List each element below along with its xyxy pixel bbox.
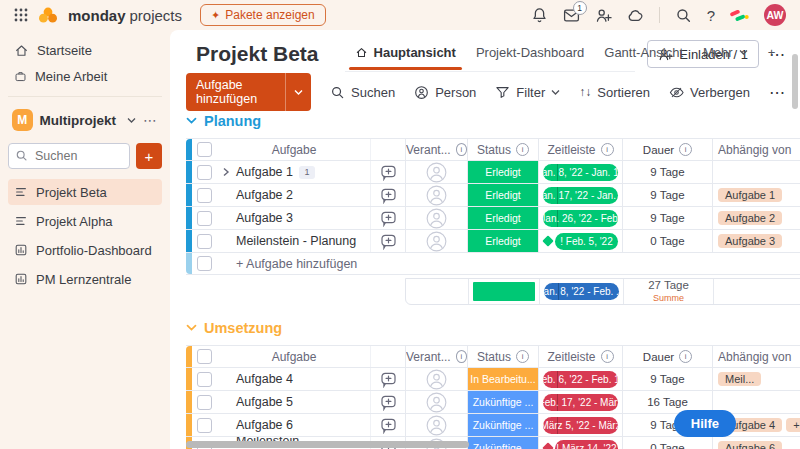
group-name[interactable]: Umsetzung bbox=[204, 320, 282, 336]
owner-cell[interactable] bbox=[405, 414, 467, 436]
select-all-checkbox[interactable] bbox=[197, 349, 212, 364]
chat-plus-icon[interactable] bbox=[380, 417, 397, 434]
chat-plus-icon[interactable] bbox=[380, 233, 397, 250]
select-all-checkbox[interactable] bbox=[197, 142, 212, 157]
status-label[interactable]: Erledigt bbox=[468, 207, 538, 229]
owner-avatar-icon[interactable] bbox=[426, 208, 447, 229]
dependency-chip[interactable]: Aufgabe 3 bbox=[718, 234, 782, 248]
vertical-scrollbar[interactable] bbox=[792, 54, 798, 109]
add-update-cell[interactable] bbox=[370, 414, 405, 436]
task-name-cell[interactable]: Aufgabe 2 bbox=[216, 184, 370, 206]
help-button[interactable]: Hilfe bbox=[674, 410, 736, 437]
row-checkbox[interactable] bbox=[197, 234, 212, 249]
workspace-selector[interactable]: M Multiprojekt ⋯ bbox=[8, 105, 162, 135]
dependency-chip[interactable]: +1 bbox=[786, 418, 800, 432]
dependency-chip[interactable]: Aufgabe 2 bbox=[718, 211, 782, 225]
row-checkbox[interactable] bbox=[197, 372, 212, 387]
marketplace-icon[interactable] bbox=[627, 7, 644, 24]
group-collapse-icon[interactable] bbox=[186, 324, 197, 332]
chat-plus-icon[interactable] bbox=[380, 394, 397, 411]
tab-hauptansicht[interactable]: Hauptansicht bbox=[345, 39, 466, 69]
owner-cell[interactable] bbox=[405, 207, 467, 229]
add-update-cell[interactable] bbox=[370, 368, 405, 390]
owner-avatar-icon[interactable] bbox=[426, 162, 447, 183]
dependency-cell[interactable]: Aufgabe 6 bbox=[712, 437, 800, 449]
user-avatar[interactable]: AW bbox=[764, 4, 786, 26]
status-label[interactable]: Erledigt bbox=[468, 184, 538, 206]
timeline-pill[interactable]: ! März 14, '22 bbox=[555, 440, 618, 449]
dependency-cell[interactable]: Aufgabe 2 bbox=[712, 207, 800, 229]
summary-timeline-pill[interactable]: Jan. 8, '22 - Feb. ... bbox=[544, 283, 619, 300]
inbox-icon[interactable]: 1 bbox=[563, 7, 580, 24]
group-collapse-icon[interactable] bbox=[186, 117, 197, 125]
help-icon[interactable]: ? bbox=[707, 7, 715, 24]
workspace-menu-icon[interactable]: ⋯ bbox=[143, 112, 158, 128]
add-item-button[interactable]: + bbox=[136, 143, 162, 169]
dependency-cell[interactable]: Meil... bbox=[712, 368, 800, 390]
dependency-chip[interactable]: Meil... bbox=[718, 372, 761, 386]
timeline-pill[interactable]: Feb. 6, '22 - Feb. 14 bbox=[543, 371, 618, 388]
sidebar-item-meine-arbeit[interactable]: Meine Arbeit bbox=[8, 64, 162, 88]
timeline-pill[interactable]: März 5, '22 - März bbox=[543, 417, 618, 434]
column-header-status[interactable]: Statusi bbox=[467, 346, 538, 367]
dependency-chip[interactable]: Aufgabe 1 bbox=[718, 188, 782, 202]
status-label[interactable]: In Bearbeitu... bbox=[468, 368, 538, 390]
global-search-icon[interactable] bbox=[675, 7, 692, 24]
row-checkbox[interactable] bbox=[197, 188, 212, 203]
add-update-cell[interactable] bbox=[370, 184, 405, 206]
add-update-cell[interactable] bbox=[370, 207, 405, 229]
status-label[interactable]: Erledigt bbox=[468, 230, 538, 252]
chat-plus-icon[interactable] bbox=[380, 164, 397, 181]
sidebar-board-pm-lernzentrale[interactable]: PM Lernzentrale bbox=[8, 266, 162, 292]
owner-cell[interactable] bbox=[405, 230, 467, 252]
sidebar-board-projekt-alpha[interactable]: Projekt Alpha bbox=[8, 208, 162, 234]
task-name-cell[interactable]: Aufgabe 6 bbox=[216, 414, 370, 436]
sidebar-board-projekt-beta[interactable]: Projekt Beta bbox=[8, 179, 162, 205]
invite-members-icon[interactable] bbox=[595, 7, 612, 24]
dependency-cell[interactable] bbox=[712, 161, 800, 183]
column-header-timeline[interactable]: Zeitleistei bbox=[538, 139, 622, 160]
add-update-cell[interactable] bbox=[370, 230, 405, 252]
sidebar-board-portfolio-dashboard[interactable]: Portfolio-Dashboard bbox=[8, 237, 162, 263]
task-name-cell[interactable]: Aufgabe 5 bbox=[216, 391, 370, 413]
column-header-timeline[interactable]: Zeitleistei bbox=[538, 346, 622, 367]
timeline-pill[interactable]: Feb. 17, '22 - März bbox=[543, 394, 618, 411]
owner-cell[interactable] bbox=[405, 368, 467, 390]
dependency-cell[interactable]: Aufgabe 1 bbox=[712, 184, 800, 206]
apps-grid-icon[interactable] bbox=[14, 8, 28, 22]
timeline-pill[interactable]: Jan. 26, '22 - Feb. bbox=[543, 210, 618, 227]
timeline-pill[interactable]: ! Feb. 5, '22 bbox=[555, 233, 618, 250]
duration-cell[interactable]: 0 Tage bbox=[622, 230, 712, 252]
add-update-cell[interactable] bbox=[370, 161, 405, 183]
row-checkbox[interactable] bbox=[197, 211, 212, 226]
dependency-chip[interactable]: Aufgabe 6 bbox=[718, 441, 782, 449]
owner-avatar-icon[interactable] bbox=[426, 185, 447, 206]
row-checkbox[interactable] bbox=[197, 165, 212, 180]
summary-status-bar[interactable] bbox=[473, 282, 535, 301]
column-header-status[interactable]: Statusi bbox=[467, 139, 538, 160]
task-name-cell[interactable]: Aufgabe 3 bbox=[216, 207, 370, 229]
duration-cell[interactable]: 9 Tage bbox=[622, 184, 712, 206]
owner-avatar-icon[interactable] bbox=[426, 369, 447, 390]
duration-cell[interactable]: 0 Tage bbox=[622, 437, 712, 449]
sidebar-item-startseite[interactable]: Startseite bbox=[8, 38, 162, 62]
status-label[interactable]: Zukünftige ... bbox=[468, 391, 538, 413]
task-name-cell[interactable]: Aufgabe 11 bbox=[216, 161, 370, 183]
horizontal-scrollbar[interactable] bbox=[186, 441, 469, 448]
task-name-cell[interactable]: Meilenstein - Planung bbox=[216, 230, 370, 252]
add-view-tab[interactable]: + bbox=[758, 39, 786, 69]
status-label[interactable]: Zukünftige ... bbox=[468, 437, 538, 449]
owner-avatar-icon[interactable] bbox=[426, 415, 447, 436]
timeline-pill[interactable]: Jan. 8, '22 - Jan. 16 bbox=[543, 164, 618, 181]
tab-mehr[interactable]: Mehr bbox=[693, 39, 758, 69]
owner-cell[interactable] bbox=[405, 161, 467, 183]
dependency-cell[interactable]: Aufgabe 3 bbox=[712, 230, 800, 252]
owner-avatar-icon[interactable] bbox=[426, 231, 447, 252]
status-label[interactable]: Erledigt bbox=[468, 161, 538, 183]
status-label[interactable]: Zukünftige ... bbox=[468, 414, 538, 436]
owner-cell[interactable] bbox=[405, 391, 467, 413]
column-header-dependency[interactable]: Abhängig von bbox=[712, 346, 800, 367]
add-task-label[interactable]: + Aufgabe hinzufügen bbox=[216, 253, 800, 274]
row-checkbox[interactable] bbox=[197, 395, 212, 410]
row-checkbox[interactable] bbox=[197, 418, 212, 433]
